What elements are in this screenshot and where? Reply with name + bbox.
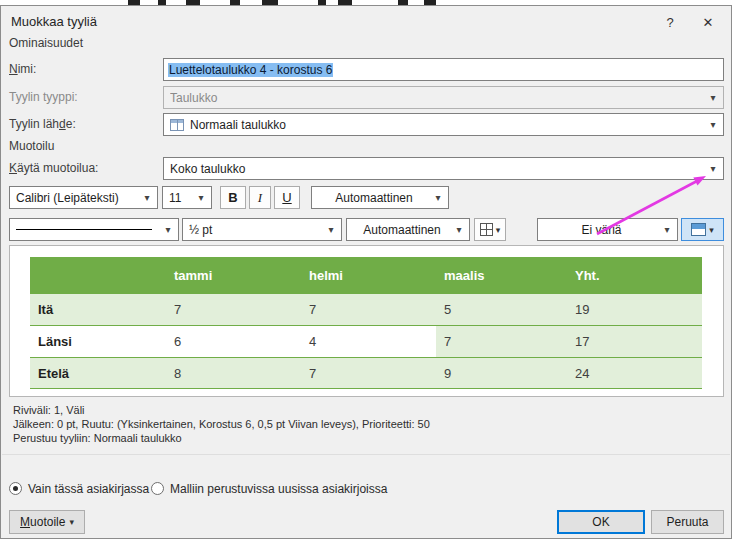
borders-button[interactable]: ▾ (474, 218, 506, 241)
style-preview-panel: tammi helmi maalis Yht. Itä 7 7 5 19 Län… (9, 245, 724, 397)
name-label-accel: N (9, 62, 18, 76)
preview-col-header (30, 257, 166, 293)
preview-row-label: Länsi (30, 326, 166, 357)
bold-button[interactable]: B (220, 186, 246, 209)
new-documents-label: Malliin perustuvissa uusissa asiakirjois… (170, 481, 387, 497)
style-based-on-select[interactable]: Normaali taulukko ▾ (163, 113, 724, 136)
preview-cell: 7 (301, 294, 436, 325)
border-weight-value: ½ pt (189, 223, 323, 237)
apply-label-accel: K (9, 161, 17, 175)
name-label: Nimi: (9, 58, 36, 81)
apply-label-rest: äytä muotoilua: (17, 161, 98, 175)
only-this-document-radio[interactable] (9, 482, 22, 495)
chevron-down-icon[interactable]: ▾ (451, 224, 467, 235)
preview-row-label: Etelä (30, 358, 166, 388)
section-divider (2, 454, 730, 455)
border-color-value: Automaattinen (353, 223, 451, 237)
italic-button[interactable]: I (249, 186, 271, 209)
chevron-down-icon: ▾ (69, 517, 74, 527)
preview-cell: 9 (436, 358, 567, 388)
preview-col-header: helmi (301, 257, 436, 293)
modify-style-dialog: Muokkaa tyyliä ? ✕ Ominaisuudet Nimi: Lu… (0, 5, 732, 539)
style-type-select: Taulukko ▾ (163, 86, 724, 109)
ok-button[interactable]: OK (557, 510, 645, 534)
chevron-down-icon[interactable]: ▾ (193, 192, 209, 203)
preview-table: tammi helmi maalis Yht. Itä 7 7 5 19 Län… (30, 257, 702, 389)
preview-row: Itä 7 7 5 19 (30, 293, 702, 325)
fill-color-select[interactable]: Ei väriä ▾ (537, 218, 678, 241)
table-icon (170, 119, 184, 131)
chevron-down-icon[interactable]: ▾ (430, 192, 446, 203)
borders-grid-icon (480, 223, 493, 236)
preview-col-header: tammi (166, 257, 301, 293)
preview-row: Etelä 8 7 9 24 (30, 357, 702, 389)
font-color-select[interactable]: Automaattinen ▾ (311, 186, 449, 209)
preview-cell: 17 (567, 326, 702, 357)
border-weight-select[interactable]: ½ pt ▾ (182, 218, 342, 241)
preview-cell: 7 (301, 358, 436, 388)
preview-cell: 24 (567, 358, 702, 388)
style-name-input[interactable]: Luettelotaulukko 4 - korostus 6 (163, 58, 724, 81)
preview-col-header: Yht. (567, 257, 702, 293)
based-label-pre: Tyylin läh (9, 117, 59, 131)
style-description-line: Jälkeen: 0 pt, Ruutu: (Yksinkertainen, K… (13, 417, 430, 431)
chevron-down-icon[interactable]: ▾ (705, 163, 721, 174)
style-description-line: Perustuu tyyliin: Normaali taulukko (13, 431, 182, 445)
preview-cell: 5 (436, 294, 567, 325)
chevron-down-icon[interactable]: ▾ (323, 224, 339, 235)
style-type-value: Taulukko (170, 91, 705, 105)
chevron-down-icon[interactable]: ▾ (160, 224, 176, 235)
cancel-button[interactable]: Peruuta (651, 510, 724, 534)
line-style-sample (16, 229, 152, 230)
style-name-value: Luettelotaulukko 4 - korostus 6 (168, 63, 333, 77)
help-button[interactable]: ? (659, 13, 681, 33)
preview-cell: 7 (166, 294, 301, 325)
chevron-down-icon[interactable]: ▾ (496, 225, 501, 235)
apply-formatting-select[interactable]: Koko taulukko ▾ (163, 157, 724, 180)
chevron-down-icon[interactable]: ▾ (709, 225, 714, 235)
font-family-value: Calibri (Leipäteksti) (16, 191, 139, 205)
style-type-label: Tyylin tyyppi: (9, 86, 78, 109)
shading-button[interactable]: ▾ (681, 218, 724, 241)
format-menu-button[interactable]: Muotoile ▾ (9, 510, 85, 534)
preview-cell: 6 (166, 326, 301, 357)
border-color-select[interactable]: Automaattinen ▾ (346, 218, 470, 241)
fill-color-value: Ei väriä (544, 223, 659, 237)
preview-col-header: maalis (436, 257, 567, 293)
based-label-rest: e: (66, 117, 76, 131)
dialog-title: Muokkaa tyyliä (11, 10, 97, 33)
shading-icon (691, 223, 706, 236)
close-button[interactable]: ✕ (697, 13, 719, 33)
formatting-section-label: Muotoilu (9, 138, 54, 154)
preview-cell: 19 (567, 294, 702, 325)
preview-row: Länsi 6 4 7 17 (30, 325, 702, 357)
border-style-select[interactable]: ▾ (9, 218, 179, 241)
apply-formatting-value: Koko taulukko (170, 162, 705, 176)
chevron-down-icon[interactable]: ▾ (705, 119, 721, 130)
preview-cell: 4 (301, 326, 436, 357)
preview-cell: 8 (166, 358, 301, 388)
style-description-line: Riviväli: 1, Väli (13, 403, 85, 417)
chevron-down-icon: ▾ (705, 92, 721, 103)
apply-formatting-label: Käytä muotoilua: (9, 157, 98, 180)
style-based-on-label: Tyylin lähde: (9, 113, 76, 136)
format-button-label: Muotoile (20, 515, 65, 529)
chevron-down-icon[interactable]: ▾ (139, 192, 155, 203)
style-based-on-value: Normaali taulukko (190, 118, 705, 132)
underline-button[interactable]: U (274, 186, 300, 209)
font-size-select[interactable]: 11 ▾ (162, 186, 212, 209)
preview-cell: 7 (436, 326, 567, 357)
font-size-value: 11 (169, 191, 193, 205)
properties-section-label: Ominaisuudet (9, 35, 83, 51)
preview-row-label: Itä (30, 294, 166, 325)
preview-header-row: tammi helmi maalis Yht. (30, 257, 702, 293)
font-color-value: Automaattinen (318, 191, 430, 205)
font-family-select[interactable]: Calibri (Leipäteksti) ▾ (9, 186, 158, 209)
only-this-document-label: Vain tässä asiakirjassa (28, 481, 149, 497)
name-label-rest: imi: (18, 62, 37, 76)
new-documents-radio[interactable] (151, 482, 164, 495)
based-label-accel: d (59, 117, 66, 131)
chevron-down-icon[interactable]: ▾ (659, 224, 675, 235)
